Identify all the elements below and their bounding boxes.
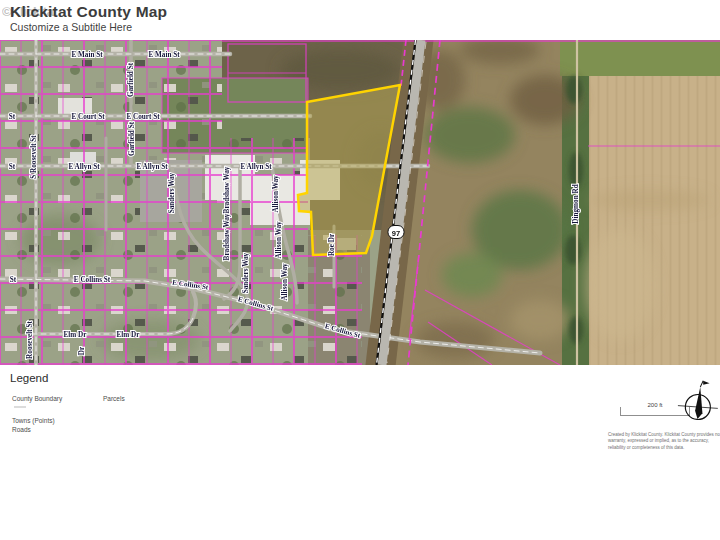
street-label: Garfield St [128,121,136,156]
county-boundary-swatch [14,406,26,408]
legend-item-towns-points: Towns (Points) [12,417,55,424]
street-label: Sanders Way [242,252,250,293]
legend-item-parcels: Parcels [103,395,125,402]
map-svg: 97 E Main St E Main St E Court St E Cour… [0,40,720,365]
legend-item-county-boundary: County Boundary [12,395,62,402]
street-label: E Allyn St [240,163,272,171]
street-label: E Collins St [74,276,111,284]
page-title: Klickitat County Map [10,3,167,21]
attribution-line: reliability or completeness of this data… [608,445,720,451]
street-label: Roe Dr [328,233,336,256]
street-label: Sanders Way [168,172,176,213]
street-label: Elm Dr [64,331,88,339]
street-label: Garfield St [127,62,135,97]
street-label: S Roosevelt St [30,135,38,179]
street-label: E Allyn St [136,163,168,171]
street-label: Elm Dr [117,331,141,339]
attribution-text: Created by Klickitat County. Klickitat C… [608,432,720,451]
page: ©Klickitat Klickitat County Map Customiz… [0,0,720,540]
street-label: St [10,276,17,284]
street-label: Dingmon Rd [572,184,580,223]
map-viewport[interactable]: 97 E Main St E Main St E Court St E Cour… [0,40,720,365]
legend-item-roads: Roads [12,426,31,433]
street-label: Bradshaw Way [223,213,231,260]
street-label: St [9,163,16,171]
street-label: Allison Way [272,175,280,213]
street-label: Allison Way [281,263,289,301]
compass-rose-icon [676,378,720,432]
attribution-line: warranty, expressed or implied, as to th… [608,438,720,444]
street-label: E Court St [71,113,105,121]
street-label: Allison Way [275,221,283,259]
street-label: Roosevelt St [26,321,34,359]
street-label: E Court St [126,113,160,121]
legend-heading: Legend [10,372,48,384]
street-label: E Main St [148,51,180,59]
street-label: E Allyn St [68,163,100,171]
highway-shield-number: 97 [392,229,400,238]
street-label: Dr [78,346,86,355]
street-label: Bradshaw Way [223,166,231,213]
street-label: St [9,113,16,121]
highway-97-shield: 97 [388,226,404,239]
page-subtitle: Customize a Subtitle Here [10,21,132,33]
street-label: E Main St [71,51,103,59]
